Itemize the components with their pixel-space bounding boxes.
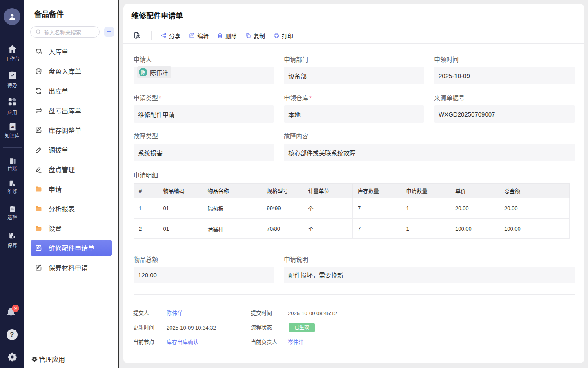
svg-text:AI: AI [10, 125, 14, 129]
